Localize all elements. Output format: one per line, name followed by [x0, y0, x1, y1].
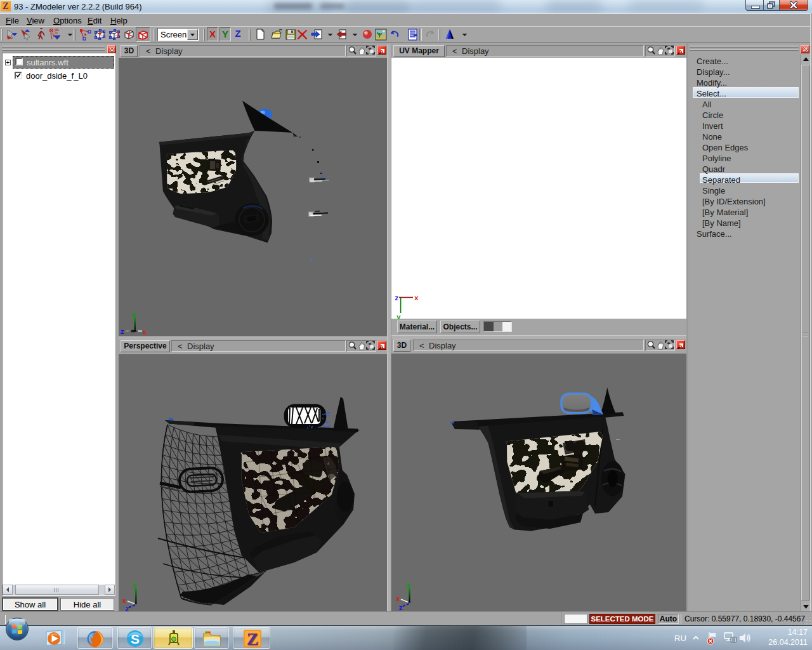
svg-text:x: x — [143, 329, 147, 336]
svg-text:z: z — [399, 604, 403, 611]
svg-text:z: z — [121, 328, 125, 336]
svg-text:z: z — [395, 295, 399, 302]
svg-text:x: x — [122, 597, 127, 605]
svg-text:z: z — [125, 606, 129, 611]
svg-text:Z: Z — [247, 629, 259, 649]
svg-text:x: x — [396, 595, 400, 603]
svg-text:y: y — [407, 581, 411, 589]
svg-text:y: y — [132, 311, 136, 319]
svg-text:y: y — [396, 314, 401, 319]
svg-text:x: x — [414, 295, 419, 302]
svg-text:S: S — [131, 632, 140, 646]
svg-text:y: y — [133, 581, 137, 589]
